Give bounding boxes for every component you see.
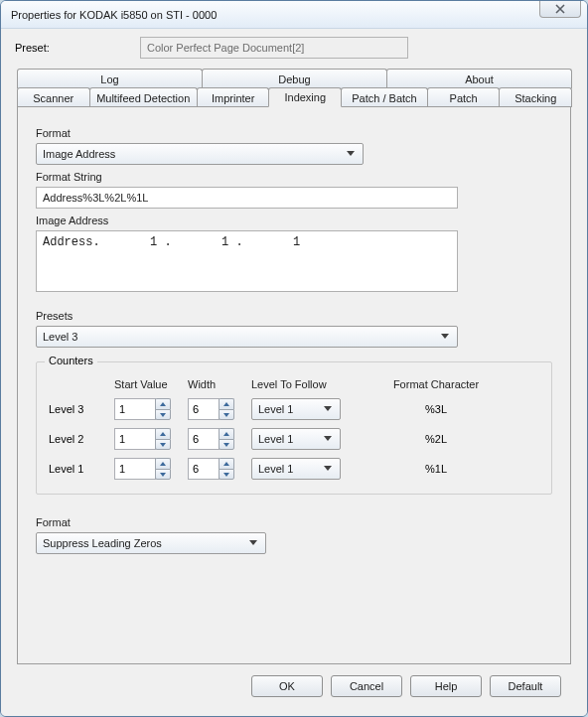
start-spin-2[interactable]: 1	[114, 458, 182, 480]
counters-group: Counters Start Value Width Level To Foll…	[36, 361, 552, 495]
ltf-combo-0[interactable]: Level 1	[251, 398, 341, 420]
preset-label: Preset:	[11, 42, 128, 54]
tab-strip: Log Debug About Scanner Multifeed Detect…	[17, 69, 571, 108]
spin-down-icon[interactable]	[155, 409, 171, 420]
spin-down-icon[interactable]	[219, 439, 234, 450]
image-address-label: Image Address	[36, 215, 552, 226]
dialog-body: Preset: Color Perfect Page Document[2] L…	[1, 29, 587, 716]
start-value-1[interactable]: 1	[114, 428, 156, 450]
preset-row: Preset: Color Perfect Page Document[2]	[11, 37, 577, 59]
format-combo[interactable]: Image Address	[36, 143, 364, 165]
col-fc: Format Character	[376, 378, 496, 390]
spin-buttons[interactable]	[155, 398, 171, 420]
chevron-down-icon	[320, 462, 336, 476]
tab-scanner[interactable]: Scanner	[17, 87, 90, 107]
ltf-combo-1[interactable]: Level 1	[251, 428, 341, 450]
presets-label: Presets	[36, 310, 552, 322]
width-value-2[interactable]: 6	[188, 458, 220, 480]
tab-patch-batch[interactable]: Patch / Batch	[341, 87, 428, 107]
spin-buttons[interactable]	[219, 458, 234, 480]
counters-legend: Counters	[45, 355, 97, 366]
ltf-value-0: Level 1	[258, 403, 293, 415]
chevron-down-icon	[343, 147, 359, 161]
close-button[interactable]	[539, 0, 581, 18]
tab-stacking[interactable]: Stacking	[499, 87, 572, 107]
tab-row-upper: Log Debug About	[17, 69, 571, 88]
spin-up-icon[interactable]	[155, 428, 171, 439]
counters-grid: Start Value Width Level To Follow Format…	[49, 378, 539, 480]
spin-up-icon[interactable]	[219, 458, 234, 469]
tab-patch[interactable]: Patch	[427, 87, 501, 107]
presets-combo[interactable]: Level 3	[36, 326, 458, 348]
window-title: Properties for KODAK i5850 on STI - 0000	[11, 9, 217, 21]
width-spin-2[interactable]: 6	[188, 458, 245, 480]
col-start: Start Value	[114, 378, 182, 390]
presets-combo-value: Level 3	[43, 331, 77, 343]
ltf-combo-2[interactable]: Level 1	[251, 458, 341, 480]
width-value-1[interactable]: 6	[188, 428, 220, 450]
format2-combo[interactable]: Suppress Leading Zeros	[36, 532, 266, 554]
row-label-2: Level 1	[49, 463, 108, 475]
tab-pane-indexing: Format Image Address Format String Addre…	[17, 106, 571, 664]
row-label-1: Level 2	[49, 433, 108, 445]
chevron-down-icon	[320, 402, 336, 416]
col-width: Width	[188, 378, 245, 390]
spin-down-icon[interactable]	[155, 469, 171, 480]
spin-up-icon[interactable]	[155, 458, 171, 469]
start-spin-1[interactable]: 1	[114, 428, 182, 450]
chevron-down-icon	[320, 432, 336, 446]
ltf-value-2: Level 1	[258, 463, 293, 475]
fc-1: %2L	[376, 433, 496, 445]
start-value-0[interactable]: 1	[114, 398, 156, 420]
tab-debug[interactable]: Debug	[202, 69, 387, 88]
format-string-input[interactable]: Address%3L%2L%1L	[36, 187, 458, 209]
fc-2: %1L	[376, 463, 496, 475]
format-string-value: Address%3L%2L%1L	[43, 192, 148, 204]
spin-buttons[interactable]	[155, 458, 171, 480]
width-spin-0[interactable]: 6	[188, 398, 245, 420]
tab-about[interactable]: About	[386, 69, 572, 88]
cancel-button[interactable]: Cancel	[331, 675, 402, 697]
image-address-display: Address. 1 . 1 . 1	[36, 230, 458, 292]
default-button[interactable]: Default	[490, 675, 561, 697]
ok-button[interactable]: OK	[251, 675, 323, 697]
close-icon	[555, 4, 565, 14]
help-button[interactable]: Help	[410, 675, 482, 697]
col-ltf: Level To Follow	[251, 378, 370, 390]
start-spin-0[interactable]: 1	[114, 398, 182, 420]
width-value-0[interactable]: 6	[188, 398, 220, 420]
start-value-2[interactable]: 1	[114, 458, 156, 480]
spin-buttons[interactable]	[219, 428, 234, 450]
fc-0: %3L	[376, 403, 496, 415]
spin-down-icon[interactable]	[155, 439, 171, 450]
spin-buttons[interactable]	[155, 428, 171, 450]
format-combo-value: Image Address	[43, 148, 115, 160]
spin-up-icon[interactable]	[219, 398, 234, 409]
width-spin-1[interactable]: 6	[188, 428, 245, 450]
format-label: Format	[36, 127, 552, 139]
format2-label: Format	[36, 516, 552, 528]
tab-row-lower: Scanner Multifeed Detection Imprinter In…	[17, 87, 571, 107]
spin-up-icon[interactable]	[219, 428, 234, 439]
ltf-value-1: Level 1	[258, 433, 293, 445]
format-string-label: Format String	[36, 171, 552, 183]
preset-value: Color Perfect Page Document[2]	[140, 37, 408, 59]
spin-down-icon[interactable]	[219, 469, 234, 480]
chevron-down-icon	[245, 536, 261, 550]
spin-buttons[interactable]	[219, 398, 234, 420]
format2-value: Suppress Leading Zeros	[43, 537, 162, 549]
properties-dialog: Properties for KODAK i5850 on STI - 0000…	[0, 0, 588, 717]
titlebar: Properties for KODAK i5850 on STI - 0000	[1, 1, 587, 29]
tab-multifeed[interactable]: Multifeed Detection	[89, 87, 198, 107]
tab-indexing[interactable]: Indexing	[268, 87, 342, 107]
row-label-0: Level 3	[49, 403, 108, 415]
spin-down-icon[interactable]	[219, 409, 234, 420]
spin-up-icon[interactable]	[155, 398, 171, 409]
tab-imprinter[interactable]: Imprinter	[197, 87, 270, 107]
chevron-down-icon	[437, 330, 453, 344]
dialog-footer: OK Cancel Help Default	[11, 666, 577, 706]
tab-log[interactable]: Log	[17, 69, 203, 88]
